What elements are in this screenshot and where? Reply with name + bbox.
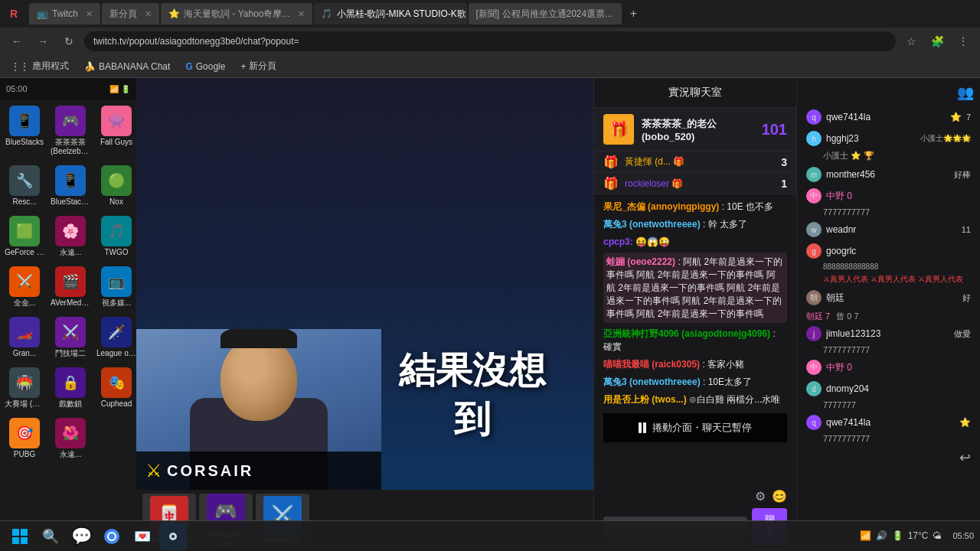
chat-action-row: ⚙ 😊	[603, 489, 787, 504]
bookmark-button[interactable]: ☆	[900, 31, 922, 52]
tab-close-5[interactable]: ✕	[620, 9, 621, 19]
tab-close-2[interactable]: ✕	[145, 9, 152, 19]
taskbar-line[interactable]: 💬	[67, 523, 95, 550]
chat-message-5: 亞洲統神打野4096 (asiagodtonejg4096) : 確實	[603, 328, 787, 354]
new-page-icon: +	[240, 61, 246, 72]
desktop-icon-arena[interactable]: ⚔️ 鬥技場二	[49, 314, 92, 361]
taskbar-message[interactable]: 💌	[129, 523, 156, 550]
pause-icon	[639, 422, 646, 433]
taskbar-start[interactable]	[6, 523, 34, 550]
video-subtitle: 結果沒想到	[389, 346, 555, 444]
tab-close-1[interactable]: ✕	[86, 9, 93, 19]
desktop-icon-twgo[interactable]: 🎵 TWGO	[95, 213, 136, 260]
taskbar: 🔍 💬 💌 📶 🔊 🔋 17°C 🌤 05:50	[0, 520, 980, 551]
arena-icon: ⚔️	[55, 317, 86, 347]
gift-sub-user-2: rockieloser 🎁	[625, 178, 775, 189]
gift-sub-icon-1: 🎁	[603, 155, 619, 169]
desktop-icon-resc[interactable]: 🔧 Resc...	[3, 162, 46, 210]
richmond-icon: 🏟️	[9, 367, 40, 398]
taskbar-chrome[interactable]	[98, 523, 126, 550]
reload-button[interactable]: ↻	[58, 31, 80, 52]
google-icon: G	[185, 61, 192, 72]
back-button[interactable]: ←	[6, 31, 28, 52]
lock-icon: 🔒	[55, 367, 86, 398]
desktop-icon-avermedia[interactable]: 🎬 AVerMedia 4KRecMedia...	[49, 263, 92, 311]
svg-point-9	[172, 535, 175, 538]
menu-button[interactable]: ⋮	[952, 31, 974, 52]
gift-giver-name: 茶茶茶茶_的老公 (bobo_520)	[642, 117, 754, 142]
viewer-avatar-11: q	[806, 415, 822, 430]
bookmark-babanana[interactable]: 🍌 BABANANA Chat	[80, 60, 175, 73]
taskbar-steam[interactable]	[159, 523, 187, 550]
wifi-icon: 📶	[860, 530, 871, 541]
pubg-icon: 🎯	[9, 418, 40, 448]
chat-header: 實況聊天室	[594, 78, 796, 108]
chat-message-2: 萬兔3 (onetwothreeee) : 幹 太多了	[603, 218, 787, 231]
desktop-icon-gran[interactable]: 🏎️ Gran...	[3, 314, 46, 361]
new-tab-button[interactable]: +	[623, 3, 645, 24]
viewer-item-10: d dnomy204	[803, 379, 974, 399]
taskbar-search[interactable]: 🔍	[37, 523, 64, 550]
babanana-icon: 🍌	[84, 61, 96, 72]
desktop-icon-lol[interactable]: 🗡️ League of Legends	[95, 314, 136, 361]
viewer-sub-10: 7777777	[803, 400, 974, 409]
emoji-icon[interactable]: 😊	[772, 489, 787, 504]
desktop-icon-fallguys[interactable]: 👾 Fall Guys	[95, 103, 136, 159]
desktop-icon-pubg[interactable]: 🎯 PUBG	[3, 415, 46, 462]
viewer-avatar-3: m	[806, 167, 822, 182]
corsair-logo: ⚔ CORSAIR	[145, 460, 253, 481]
tab-news[interactable]: [新聞] 公程局推坐立通2024選票... ✕	[469, 3, 622, 24]
viewer-avatar-6: g	[806, 243, 822, 259]
sub-badge-1: ⭐	[950, 112, 962, 122]
desktop-icon-beelzebub[interactable]: 🎮 茶茶茶茶(Beelzebub)	[49, 103, 92, 159]
tab-yahoo[interactable]: ⭐ 海天量歌詞 - Yahoo奇摩... ✕	[161, 3, 312, 24]
desktop-top-bar: 05:00 📶 🔋	[0, 78, 136, 99]
gift-sub-count-1: 3	[781, 156, 787, 168]
bookmark-bar: ⋮⋮ 應用程式 🍌 BABANANA Chat G Google + 新分頁	[0, 55, 980, 78]
weather-temp: 17°C	[908, 530, 929, 541]
viewer-counts: 朝廷 7 曾 0 7	[803, 309, 974, 324]
gift-sub-row-1: 🎁 黃捷惲 (d... 🎁 3	[594, 152, 796, 173]
cuphead-icon: 🎭	[101, 367, 132, 398]
tab-twitch[interactable]: 📺 Twitch ✕	[29, 3, 100, 24]
bookmark-apps[interactable]: ⋮⋮ 應用程式	[6, 58, 74, 74]
desktop-icon-bluestacks[interactable]: 📱 BlueStacks	[3, 103, 46, 159]
desktop-icon-bluestacks2[interactable]: 📱 BlueStacks Multi-Inst...	[49, 162, 92, 210]
gift-sub-count: 101	[762, 121, 787, 139]
tab-mika[interactable]: 🎵 小黑桂-歌詞-MIKA STUDIO-K歌... ✕	[314, 3, 467, 24]
desktop-icon-richmond[interactable]: 🏟️ 大賽場 (Rich...)	[3, 364, 46, 412]
settings-icon[interactable]: ⚙	[755, 489, 766, 504]
desktop-icon-geforce[interactable]: 🟩 GeForce Experience	[3, 213, 46, 260]
tab-new1[interactable]: 新分頁 ✕	[102, 3, 159, 24]
streamer-cam: ⚔ CORSAIR	[136, 329, 381, 490]
viewer-list-icon[interactable]: 👥	[957, 84, 974, 101]
desktop-icon-nox[interactable]: 🟢 Nox	[95, 162, 136, 210]
viewer-avatar-4: 中	[806, 188, 822, 204]
time-label: 05:00	[6, 84, 28, 93]
desktop-icon-cuphead[interactable]: 🎭 Cuphead	[95, 364, 136, 412]
pause-banner[interactable]: 捲動介面・聊天已暫停	[603, 413, 787, 442]
sub-badge-11: ⭐	[959, 417, 971, 428]
viewer-badge-6: ⚔真男人代表 ⚔真男人代表 ⚔真男人代表	[803, 274, 974, 285]
desktop-icon-eternal[interactable]: 🌸 永遠...	[49, 213, 92, 260]
bluestacks-icon: 📱	[9, 106, 40, 136]
bookmark-new[interactable]: + 新分頁	[236, 58, 281, 74]
gold-icon: ⚔️	[9, 266, 40, 297]
extension-button[interactable]: 🧩	[926, 31, 948, 52]
gran-icon: 🏎️	[9, 317, 40, 347]
forward-button[interactable]: →	[32, 31, 54, 52]
viewer-avatar-1: q	[806, 109, 822, 125]
desktop-icon-media[interactable]: 📺 視多媒...	[95, 263, 136, 311]
tab-close-3[interactable]: ✕	[298, 9, 305, 19]
geforce-icon: 🟩	[9, 216, 40, 246]
desktop-icon-lock[interactable]: 🔒 戲數鎖	[49, 364, 92, 412]
desktop-icon-eternal2[interactable]: 🌺 永遠...	[49, 415, 92, 462]
chat-message-3: cpcp3: 😝😱😜	[603, 236, 787, 249]
viewer-item-8: j jimlue123123 做愛	[803, 324, 974, 344]
address-bar[interactable]: twitch.tv/popout/asiagodtonegg3be0/chat?…	[84, 31, 896, 51]
reply-icon[interactable]: ↩	[959, 449, 971, 466]
svg-rect-3	[21, 537, 28, 544]
browser-chrome: R 📺 Twitch ✕ 新分頁 ✕ ⭐ 海天量歌詞 - Yahoo奇摩... …	[0, 0, 980, 78]
desktop-icon-gold[interactable]: ⚔️ 全金...	[3, 263, 46, 311]
bookmark-google[interactable]: G Google	[181, 60, 230, 73]
